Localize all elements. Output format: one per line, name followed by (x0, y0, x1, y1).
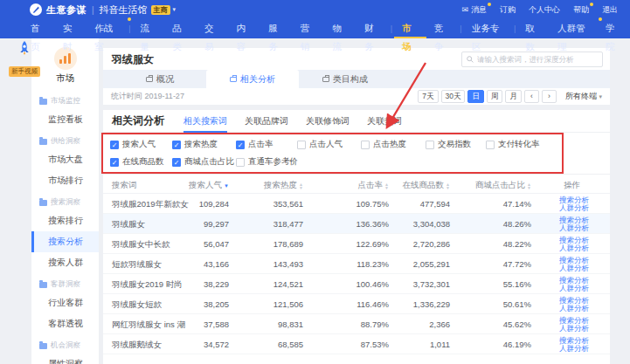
utility-item[interactable]: 个人中心 (529, 4, 560, 16)
shop-switch-caret-icon[interactable]: ▾ (173, 6, 177, 13)
nav-item[interactable]: 物流 (324, 19, 357, 38)
action-link[interactable]: 人群分析 (559, 204, 589, 213)
column-header[interactable]: 商城点击占比▲▼ (475, 180, 531, 191)
sort-desc-icon[interactable]: ▼ (224, 183, 229, 189)
sidebar-group-label[interactable]: 机会洞察 (31, 334, 99, 354)
sidebar-item[interactable]: 行业客群 (31, 292, 99, 313)
nav-item[interactable]: 财务 (357, 19, 389, 38)
sidebar-item[interactable]: 市场大盘 (31, 149, 99, 170)
sidebar-item[interactable]: 客群透视 (31, 313, 99, 334)
utility-item[interactable]: ✉消息 (461, 4, 487, 16)
sort-icon[interactable]: ▲▼ (299, 182, 303, 189)
checkbox-icon[interactable]: ✓ (110, 158, 119, 167)
nav-item[interactable]: 作战室 (87, 19, 127, 38)
utility-item[interactable]: 退出 (602, 4, 618, 16)
metric-checkbox[interactable]: 点击人气 (297, 139, 343, 150)
sidebar-item[interactable]: 搜索分析 (31, 231, 99, 252)
column-header[interactable]: 搜索人气▼ (189, 180, 229, 191)
nav-item[interactable]: 品类 (164, 19, 197, 38)
metric-checkbox[interactable]: ✓在线商品数 (110, 156, 164, 168)
terminal-filter[interactable]: 所有终端 ▾ (565, 91, 602, 102)
sort-icon[interactable]: ▲▼ (384, 182, 389, 189)
checkbox-icon[interactable]: ✓ (172, 141, 181, 149)
sidebar-item[interactable]: 属性洞察 (31, 354, 99, 364)
page-tab[interactable]: 类目构成 (299, 70, 391, 88)
quick-help-floater[interactable]: 新手视频 (5, 40, 44, 77)
metric-checkbox[interactable]: ✓点击率 (236, 139, 273, 150)
related-word-tab[interactable]: 关联品牌词 (245, 110, 288, 133)
related-word-tab[interactable]: 相关搜索词 (183, 110, 227, 133)
sidebar-item[interactable]: 监控看板 (31, 109, 99, 130)
nav-item[interactable]: 内容 (229, 19, 261, 38)
sidebar-group-label[interactable]: 搜索洞察 (31, 191, 99, 210)
search-input[interactable] (477, 55, 598, 64)
nav-item[interactable]: 服务 (260, 19, 293, 38)
date-range-button[interactable]: 日 (467, 90, 484, 103)
nav-item[interactable]: 首页 (23, 19, 55, 38)
date-range-button[interactable]: 月 (505, 90, 522, 103)
nav-item[interactable]: 交易 (197, 19, 229, 38)
sidebar-item[interactable]: 搜索排行 (31, 210, 99, 231)
newbie-video-tag[interactable]: 新手视频 (9, 66, 40, 77)
date-range-button[interactable]: ‹ (524, 90, 539, 103)
sidebar-item[interactable]: 搜索人群 (31, 252, 99, 273)
checkbox-icon[interactable]: ✓ (236, 141, 245, 149)
sidebar-group-label[interactable]: 客群洞察 (31, 273, 99, 292)
column-header[interactable]: 点击率▲▼ (358, 180, 389, 191)
table-row[interactable]: 羽绒服女短款38,205121,506116.46%1,336,22950.61… (103, 294, 610, 314)
nav-item[interactable]: 业务专区 (464, 19, 512, 38)
action-link[interactable]: 人群分析 (559, 285, 589, 293)
utility-item[interactable]: 订购 (500, 4, 516, 16)
date-range-button[interactable]: 周 (487, 90, 503, 103)
checkbox-icon[interactable]: ✓ (172, 158, 181, 167)
nav-item[interactable]: 流量 (133, 19, 165, 38)
related-word-tab[interactable]: 关联修饰词 (306, 110, 350, 133)
column-header[interactable]: 操作 (564, 180, 580, 191)
date-range-button[interactable]: › (542, 90, 557, 103)
page-tab[interactable]: 概况 (114, 70, 206, 88)
nav-item[interactable]: 竞争 (426, 19, 459, 38)
table-row[interactable]: 羽绒服2019年新款女109,284353,561109.75%477,5944… (103, 194, 610, 214)
action-link[interactable]: 人群分析 (559, 224, 589, 233)
column-header[interactable]: 搜索热度▲▼ (264, 180, 303, 191)
checkbox-icon[interactable]: ✓ (110, 141, 119, 149)
metric-checkbox[interactable]: 支付转化率 (486, 139, 540, 150)
table-row[interactable]: 羽绒服女2019 时尚38,229124,521100.46%3,732,301… (103, 274, 610, 294)
nav-item[interactable]: 人群管理 (550, 19, 598, 38)
metric-checkbox[interactable]: 点击热度 (361, 139, 406, 150)
sort-icon[interactable]: ▲▼ (446, 182, 450, 189)
table-row[interactable]: 羽绒服鹅绒女34,57268,58587.53%1,01146.19%搜索分析人… (103, 334, 610, 354)
table-row[interactable]: 网红羽绒服女 ins 潮37,58898,83188.79%2,36645.62… (103, 314, 610, 334)
action-link[interactable]: 人群分析 (559, 244, 589, 253)
sidebar-group-label[interactable]: 供给洞察 (31, 130, 99, 149)
metric-checkbox[interactable]: ✓搜索人气 (110, 139, 156, 150)
utility-item[interactable]: 帮助 (573, 4, 589, 16)
sidebar-group-label[interactable]: 市场监控 (31, 90, 99, 109)
checkbox-icon[interactable] (297, 141, 306, 149)
metric-checkbox[interactable]: ✓商城点击占比 (172, 156, 234, 168)
table-row[interactable]: 短款羽绒服女43,166143,493118.23%2,055,29147.72… (103, 254, 610, 274)
metric-checkbox[interactable]: 直通车参考价 (236, 156, 298, 168)
action-link[interactable]: 人群分析 (559, 345, 589, 354)
action-link[interactable]: 人群分析 (559, 305, 589, 313)
nav-item[interactable]: 实时 (55, 19, 87, 38)
table-row[interactable]: 羽绒服女中长款56,047178,689122.69%2,720,28648.2… (103, 234, 610, 254)
sort-icon[interactable]: ▲▼ (527, 182, 531, 189)
column-header[interactable]: 在线商品数▲▼ (403, 180, 450, 191)
date-range-button[interactable]: 30天 (441, 90, 466, 103)
metric-checkbox[interactable]: 交易指数 (426, 139, 471, 150)
checkbox-icon[interactable] (486, 141, 495, 149)
nav-item[interactable]: 取数 (517, 19, 550, 38)
action-link[interactable]: 人群分析 (559, 325, 589, 333)
page-tab[interactable]: 相关分析 (206, 70, 299, 88)
nav-item[interactable]: 市场 (394, 19, 426, 38)
nav-item[interactable]: 营销 (293, 19, 325, 38)
metric-checkbox[interactable]: ✓搜索热度 (172, 139, 218, 150)
date-range-button[interactable]: 7天 (418, 90, 438, 103)
checkbox-icon[interactable] (236, 158, 245, 167)
shop-name[interactable]: 抖音生活馆 (100, 3, 148, 17)
checkbox-icon[interactable] (426, 141, 434, 149)
checkbox-icon[interactable] (361, 141, 370, 149)
table-row[interactable]: 羽绒服女99,297318,477136.36%3,304,03848.26%搜… (103, 214, 610, 234)
column-header[interactable]: 搜索词 (112, 180, 137, 191)
